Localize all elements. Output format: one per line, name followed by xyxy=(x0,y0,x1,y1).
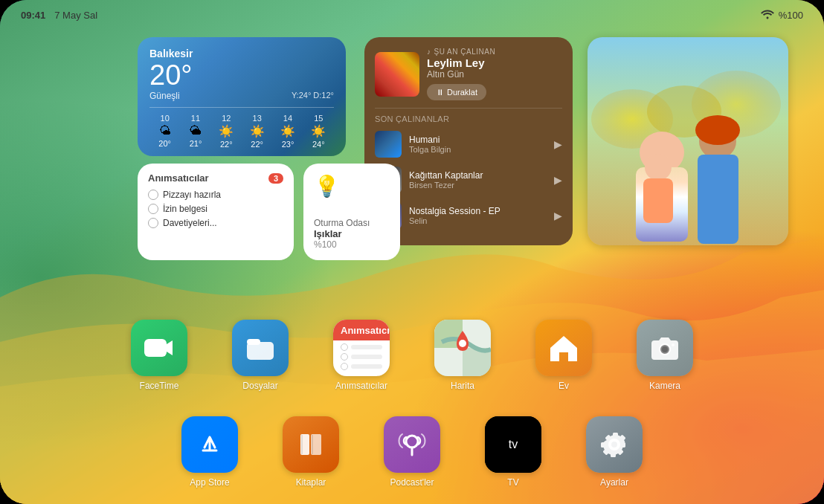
reminders-app-label: Anımsatıcılar xyxy=(335,381,387,391)
app-facetime[interactable]: FaceTime xyxy=(131,320,187,391)
maps-icon xyxy=(434,320,491,376)
forecast-day-4: 14 ☀️ 23° xyxy=(272,114,303,149)
weather-forecast: 10 🌤 20° 11 🌥 21° 12 ☀️ 22° 13 ☀️ 22° 14 xyxy=(149,107,334,149)
music-title: Leylim Ley xyxy=(427,56,562,69)
app-camera[interactable]: Kamera xyxy=(637,320,693,391)
podcasts-icon xyxy=(384,416,440,473)
weather-temp: 20° xyxy=(149,61,334,89)
status-right: %100 xyxy=(761,9,803,22)
music-now-playing: ♪ ŞU AN ÇALINAN Leylim Ley Altın Gün ⏸ D… xyxy=(364,37,573,108)
reminders-app-icon: Anımsatıcılar xyxy=(333,320,390,376)
home-device-name: Işıklar xyxy=(314,228,390,239)
status-left: 09:41 7 May Sal xyxy=(21,10,97,21)
svg-point-12 xyxy=(645,154,672,181)
music-info: ♪ ŞU AN ÇALINAN Leylim Ley Altın Gün ⏸ D… xyxy=(427,48,562,100)
tv-label: TV xyxy=(507,477,518,488)
forecast-day-0: 10 🌤 20° xyxy=(149,114,180,149)
weather-widget[interactable]: Balıkesir 20° Güneşli Y:24° D:12° 10 🌤 2… xyxy=(138,37,346,156)
appstore-label: App Store xyxy=(190,477,229,488)
reminder-circle-0 xyxy=(148,190,158,200)
status-bar: 09:41 7 May Sal %100 xyxy=(0,9,824,22)
svg-rect-16 xyxy=(247,339,260,345)
app-reminders[interactable]: Anımsatıcılar An xyxy=(333,320,390,391)
svg-rect-26 xyxy=(301,435,303,454)
svg-point-23 xyxy=(672,343,675,346)
app-files[interactable]: Dosyalar xyxy=(232,320,289,391)
battery-text: %100 xyxy=(779,10,803,21)
forecast-day-3: 13 ☀️ 22° xyxy=(242,114,272,149)
reminders-header: Anımsatıcılar 3 xyxy=(148,172,283,184)
reminder-item-2: Davetiyeleri... xyxy=(148,218,283,228)
svg-point-22 xyxy=(662,346,668,352)
facetime-label: FaceTime xyxy=(140,381,179,391)
svg-rect-13 xyxy=(643,178,673,223)
status-time: 09:41 xyxy=(21,10,45,21)
weather-condition: Güneşli xyxy=(149,91,180,101)
pause-icon: ⏸ xyxy=(436,88,444,97)
music-pause-button[interactable]: ⏸ Duraklat xyxy=(427,84,486,100)
recent-info-0: Humani Tolga Bilgin xyxy=(409,135,547,154)
appstore-icon xyxy=(181,416,238,473)
music-recent-label: SON ÇALINANLAR xyxy=(364,109,573,126)
app-podcasts[interactable]: Podcast'ler xyxy=(384,416,440,488)
books-icon xyxy=(283,416,339,473)
app-appstore[interactable]: App Store xyxy=(181,416,238,488)
recent-info-1: Kağıttan Kaptanlar Birsen Tezer xyxy=(409,170,547,190)
recent-info-2: Nostalgia Session - EP Selin xyxy=(409,206,547,225)
recent-art-0 xyxy=(375,131,402,158)
tv-icon: tv xyxy=(485,416,541,473)
app-row-2: App Store Kitaplar xyxy=(0,416,824,488)
books-label: Kitaplar xyxy=(296,477,326,488)
home-room: Oturma Odası xyxy=(314,218,390,228)
forecast-day-2: 12 ☀️ 22° xyxy=(211,114,242,149)
forecast-day-1: 11 🌥 21° xyxy=(180,114,210,149)
photo-widget xyxy=(588,37,788,245)
status-date: 7 May Sal xyxy=(54,10,97,21)
reminders-title: Anımsatıcılar xyxy=(148,172,209,184)
music-album-art xyxy=(375,52,419,97)
forecast-day-5: 15 ☀️ 24° xyxy=(303,114,334,149)
play-icon-1: ▶ xyxy=(554,174,562,186)
svg-rect-14 xyxy=(144,339,167,357)
facetime-icon xyxy=(131,320,187,376)
files-label: Dosyalar xyxy=(242,381,277,391)
app-settings[interactable]: Ayarlar xyxy=(586,416,643,488)
play-icon-2: ▶ xyxy=(554,210,562,222)
reminders-badge: 3 xyxy=(268,173,283,184)
reminder-circle-2 xyxy=(148,218,158,228)
svg-point-20 xyxy=(459,340,466,347)
wifi-icon xyxy=(761,9,774,22)
app-books[interactable]: Kitaplar xyxy=(283,416,339,488)
home-app-icon xyxy=(535,320,592,376)
reminder-circle-1 xyxy=(148,204,158,214)
settings-label: Ayarlar xyxy=(600,477,628,488)
app-row-1: FaceTime Dosyalar Anımsatıcılar xyxy=(0,320,824,391)
home-device-value: %100 xyxy=(314,239,390,250)
reminder-item-0: Pizzayı hazırla xyxy=(148,190,283,200)
podcasts-label: Podcast'ler xyxy=(390,477,434,488)
reminders-widget[interactable]: Anımsatıcılar 3 Pizzayı hazırla İzin bel… xyxy=(138,164,294,260)
music-label: ♪ ŞU AN ÇALINAN xyxy=(427,48,562,56)
maps-label: Harita xyxy=(451,381,474,391)
app-tv[interactable]: tv TV xyxy=(485,416,541,488)
weather-city: Balıkesir xyxy=(149,48,334,59)
ipad-frame: 09:41 7 May Sal %100 Balıkesir 20° Güneş… xyxy=(0,0,824,504)
camera-app-icon xyxy=(637,320,693,376)
reminder-item-1: İzin belgesi xyxy=(148,204,283,214)
home-label: Ev xyxy=(559,381,569,391)
svg-point-10 xyxy=(695,115,740,145)
svg-point-28 xyxy=(406,436,418,448)
svg-rect-11 xyxy=(698,155,738,244)
app-maps[interactable]: Harita xyxy=(434,320,491,391)
music-recent-item-0[interactable]: Humani Tolga Bilgin ▶ xyxy=(364,126,573,162)
svg-rect-27 xyxy=(312,435,313,454)
music-note-icon: ♪ xyxy=(427,48,431,56)
camera-label: Kamera xyxy=(649,381,680,391)
play-icon-0: ▶ xyxy=(554,138,562,150)
home-bulb-icon: 💡 xyxy=(314,174,390,198)
app-home[interactable]: Ev xyxy=(535,320,592,391)
home-widget[interactable]: 💡 Oturma Odası Işıklar %100 xyxy=(303,164,400,260)
settings-icon xyxy=(586,416,643,473)
tv-text: tv xyxy=(509,438,518,451)
music-artist: Altın Gün xyxy=(427,69,562,80)
